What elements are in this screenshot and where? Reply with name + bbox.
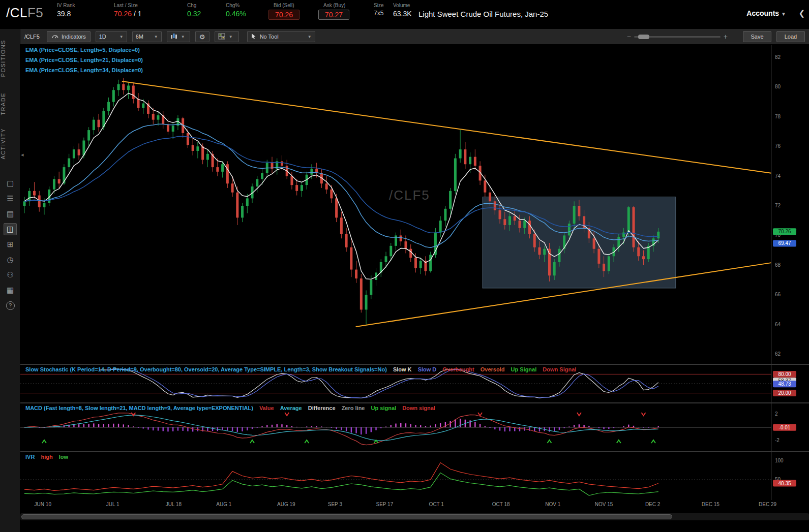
left-sidebar: POSITIONS TRADE ACTIVITY ▢ ☰ ▤ ◫ ⊞ ◷ ⚇ ▦… bbox=[0, 29, 20, 532]
legend-slow-k: Slow K bbox=[393, 366, 412, 372]
svg-text:40.35: 40.35 bbox=[778, 481, 791, 486]
x-axis-label: OCT 1 bbox=[429, 502, 444, 507]
help-icon[interactable]: ? bbox=[4, 299, 17, 311]
legend-zero-line: Zero line bbox=[342, 405, 365, 411]
svg-text:74: 74 bbox=[775, 173, 781, 179]
legend-up-signal: Up signal bbox=[371, 405, 397, 411]
x-axis-label: OCT 18 bbox=[492, 502, 510, 507]
zoom-slider[interactable] bbox=[634, 36, 721, 38]
indicators-button[interactable]: Indicators bbox=[47, 31, 91, 42]
chart-symbol-label: /CLF5 bbox=[24, 34, 40, 40]
svg-text:69.47: 69.47 bbox=[778, 240, 791, 246]
sidebar-tab-positions[interactable]: POSITIONS bbox=[0, 40, 20, 77]
svg-text:2: 2 bbox=[775, 411, 778, 417]
svg-text:66: 66 bbox=[775, 292, 781, 297]
symbol-title: /CLF5 bbox=[6, 5, 43, 21]
study-label-ema5[interactable]: EMA (Price=CLOSE, Length=5, Displace=0) bbox=[25, 47, 143, 53]
sidebar-tab-trade[interactable]: TRADE bbox=[0, 92, 20, 115]
chart-settings-button[interactable]: ⚙ bbox=[195, 31, 209, 42]
stat-chg-pct: Chg% 0.46% bbox=[226, 3, 246, 18]
stoch-study-label[interactable]: Slow Stochastic (K Period=14, D Period=9… bbox=[25, 366, 387, 372]
chevron-down-icon: ▼ bbox=[119, 35, 124, 39]
grid-layout-icon bbox=[218, 33, 225, 41]
planner-icon[interactable]: ▦ bbox=[4, 284, 17, 296]
chart-toolbar: /CLF5 Indicators 1D▼ 6M▼ ▼ ⚙ ▼ No Tool▼ … bbox=[20, 29, 809, 45]
stat-volume: Volume 63.3K bbox=[393, 3, 412, 18]
svg-text:48.73: 48.73 bbox=[778, 381, 791, 387]
chart-type-dropdown[interactable]: ▼ bbox=[167, 31, 190, 42]
legend-down-signal: Down Signal bbox=[543, 366, 576, 372]
svg-text:72: 72 bbox=[775, 203, 781, 208]
symbol-suffix: F5 bbox=[27, 5, 43, 20]
study-labels: EMA (Price=CLOSE, Length=5, Displace=0) … bbox=[25, 47, 143, 77]
svg-text:20.00: 20.00 bbox=[778, 390, 791, 396]
monitor-icon[interactable]: ▢ bbox=[4, 177, 17, 190]
svg-text:62: 62 bbox=[775, 351, 781, 357]
stoch-panel-title: Slow Stochastic (K Period=14, D Period=9… bbox=[25, 366, 576, 372]
svg-text:70.26: 70.26 bbox=[778, 229, 791, 234]
sidebar-tab-activity[interactable]: ACTIVITY bbox=[0, 128, 20, 160]
chart-area: EMA (Price=CLOSE, Length=5, Displace=0) … bbox=[20, 45, 809, 532]
x-axis-label: DEC 15 bbox=[702, 502, 720, 507]
x-axis-label: DEC 29 bbox=[759, 502, 776, 507]
zoom-slider-handle[interactable] bbox=[638, 35, 649, 39]
grid-layout-dropdown[interactable]: ▼ bbox=[215, 31, 239, 42]
legend-average: Average bbox=[280, 405, 302, 411]
x-axis-label: AUG 1 bbox=[216, 502, 231, 507]
stat-size: Size 7x5 bbox=[374, 3, 383, 17]
macd-study-label[interactable]: MACD (Fast length=8, Slow length=21, MAC… bbox=[25, 405, 253, 411]
zoom-out-button[interactable]: − bbox=[624, 33, 634, 41]
cursor-icon bbox=[251, 33, 256, 41]
quote-header: /CLF5 IV Rank 39.8 Last / Size 70.26 / 1… bbox=[0, 0, 809, 29]
x-axis-label: AUG 19 bbox=[277, 502, 295, 507]
svg-text:-0.01: -0.01 bbox=[779, 425, 791, 430]
scrollbar-handle[interactable] bbox=[21, 514, 672, 519]
main-price-chart[interactable]: /CLF5828078767472706866646270.2669.47 bbox=[20, 45, 809, 364]
x-axis-label: SEP 3 bbox=[328, 502, 342, 507]
range-dropdown[interactable]: 6M▼ bbox=[132, 31, 162, 42]
load-button[interactable]: Load bbox=[776, 31, 805, 42]
study-label-ema21[interactable]: EMA (Price=CLOSE, Length=21, Displace=0) bbox=[25, 57, 143, 63]
legend-down-signal: Down signal bbox=[402, 405, 435, 411]
svg-text:68: 68 bbox=[775, 262, 781, 268]
instrument-description: Light Sweet Crude Oil Futures, Jan-25 bbox=[418, 10, 548, 18]
collapse-panel-icon[interactable]: ❮ bbox=[798, 9, 805, 18]
accounts-menu[interactable]: Accounts▼ bbox=[746, 9, 786, 17]
chart-icon[interactable]: ◫ bbox=[4, 223, 17, 235]
legend-ivr-high: high bbox=[41, 454, 52, 460]
x-axis-label: JUL 18 bbox=[166, 502, 182, 507]
grid-icon[interactable]: ⊞ bbox=[4, 238, 17, 251]
ivr-panel[interactable]: 1005040.35 bbox=[20, 452, 809, 500]
stat-iv-rank: IV Rank 39.8 bbox=[57, 3, 75, 18]
bid-button[interactable]: 70.26 bbox=[268, 10, 299, 20]
stat-bid: Bid (Sell) 70.26 bbox=[268, 3, 299, 20]
legend-oversold: Oversold bbox=[481, 366, 505, 372]
svg-text:/CLF5: /CLF5 bbox=[389, 187, 430, 203]
svg-text:78: 78 bbox=[775, 114, 781, 119]
x-axis-label: JUN 10 bbox=[35, 502, 51, 507]
x-axis-label: NOV 15 bbox=[595, 502, 613, 507]
people-icon[interactable]: ⚇ bbox=[4, 269, 17, 281]
legend-ivr-low: low bbox=[59, 454, 68, 460]
chevron-down-icon: ▼ bbox=[154, 35, 158, 39]
stat-ask: Ask (Buy) 70.27 bbox=[318, 3, 349, 20]
save-button[interactable]: Save bbox=[743, 31, 771, 42]
watchlist-icon[interactable]: ☰ bbox=[4, 193, 17, 205]
chart-scrollbar[interactable] bbox=[20, 513, 809, 520]
svg-text:80: 80 bbox=[775, 84, 781, 89]
news-icon[interactable]: ▤ bbox=[4, 208, 17, 220]
clock-icon[interactable]: ◷ bbox=[4, 254, 17, 266]
drawing-tool-dropdown[interactable]: No Tool▼ bbox=[247, 31, 315, 42]
indicators-icon bbox=[51, 33, 58, 40]
x-axis-label: NOV 1 bbox=[545, 502, 560, 507]
ask-button[interactable]: 70.27 bbox=[318, 10, 349, 20]
legend-value: Value bbox=[259, 405, 274, 411]
legend-slow-d: Slow D bbox=[418, 366, 437, 372]
stat-chg: Chg 0.32 bbox=[187, 3, 201, 18]
study-label-ema34[interactable]: EMA (Price=CLOSE, Length=34, Displace=0) bbox=[25, 67, 143, 73]
timeframe-dropdown[interactable]: 1D▼ bbox=[96, 31, 127, 42]
zoom-control: − + bbox=[624, 33, 731, 41]
x-axis-label: SEP 17 bbox=[376, 502, 393, 507]
ivr-study-label[interactable]: IVR bbox=[25, 454, 35, 460]
zoom-in-button[interactable]: + bbox=[721, 33, 731, 41]
